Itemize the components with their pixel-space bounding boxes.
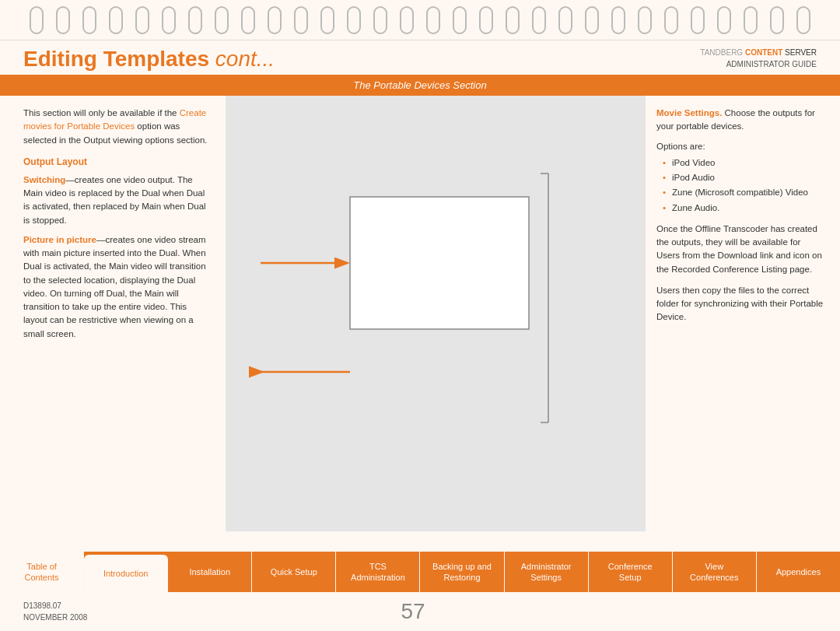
- header-branding: TANDBERG CONTENT SERVER ADMINISTRATOR GU…: [700, 47, 817, 70]
- intro-paragraph: This section will only be available if t…: [23, 107, 210, 147]
- page-title: Editing Templates cont...: [23, 47, 275, 72]
- product-part2: SERVER: [785, 48, 817, 57]
- spiral-tab: [268, 6, 282, 34]
- footer-doc-id: D13898.07: [23, 600, 87, 612]
- spiral-tab: [585, 6, 599, 34]
- product-part1: CONTENT: [745, 48, 782, 57]
- spiral-tab: [638, 6, 652, 34]
- tab-tcs-administration[interactable]: TCSAdministration: [336, 552, 420, 592]
- options-list: iPod Video iPod Audio Zune (Microsoft co…: [656, 156, 824, 215]
- spiral-tab: [691, 6, 705, 34]
- pip-paragraph: Picture in picture—creates one video str…: [23, 233, 210, 341]
- tab-administrator-settings[interactable]: AdministratorSettings: [505, 552, 589, 592]
- spiral-tab: [56, 6, 70, 34]
- spiral-tab: [664, 6, 678, 34]
- tandberg-label: TANDBERG: [700, 48, 743, 57]
- list-item: Zune (Microsoft compatible) Video: [663, 186, 824, 199]
- tab-installation[interactable]: Installation: [168, 552, 252, 592]
- spiral-tab: [373, 6, 387, 34]
- spiral-tab: [188, 6, 202, 34]
- guide-label: ADMINISTRATOR GUIDE: [700, 58, 817, 70]
- title-main: Editing Templates: [23, 47, 209, 71]
- right-column: Movie Settings. Choose the outputs for y…: [646, 96, 840, 531]
- left-column: This section will only be available if t…: [0, 96, 226, 531]
- note-2: Users then copy the files to the correct…: [656, 284, 824, 324]
- spiral-tab: [30, 6, 44, 34]
- spiral-tab: [320, 6, 334, 34]
- spiral-tab: [611, 6, 625, 34]
- main-content: This section will only be available if t…: [0, 96, 840, 531]
- company-name: TANDBERG CONTENT SERVER: [700, 47, 817, 58]
- tab-quick-setup[interactable]: Quick Setup: [252, 552, 336, 592]
- spiral-tab: [770, 6, 784, 34]
- spiral-tab: [294, 6, 308, 34]
- spiral-tab: [532, 6, 546, 34]
- spiral-tab: [400, 6, 414, 34]
- output-layout-label: Output Layout: [23, 155, 210, 169]
- diagram-area: [226, 96, 646, 531]
- title-cont: cont...: [215, 47, 275, 71]
- note-1: Once the Offline Transcoder has created …: [656, 223, 824, 276]
- movie-settings-intro: Movie Settings. Choose the outputs for y…: [656, 107, 824, 134]
- spiral-tab: [162, 6, 176, 34]
- tab-introduction[interactable]: Introduction: [84, 555, 168, 592]
- tab-backing-up[interactable]: Backing up andRestoring: [420, 552, 504, 592]
- movie-settings-label: Movie Settings.: [656, 108, 722, 117]
- tab-conference-setup[interactable]: ConferenceSetup: [589, 552, 673, 592]
- spiral-tab: [215, 6, 229, 34]
- layout-diagram: [226, 96, 646, 531]
- spiral-tab: [347, 6, 361, 34]
- footer-doc-info: D13898.07 NOVEMBER 2008: [23, 600, 87, 623]
- list-item: iPod Audio: [663, 171, 824, 184]
- pip-text: —creates one video stream with main pict…: [23, 235, 206, 338]
- options-label: Options are:: [656, 140, 824, 153]
- spiral-tab: [426, 6, 440, 34]
- tab-table-of-contents[interactable]: Table ofContents: [0, 552, 84, 592]
- section-banner-text: The Portable Devices Section: [353, 79, 486, 91]
- switching-paragraph: Switching—creates one video output. The …: [23, 174, 210, 227]
- spiral-tab: [796, 6, 810, 34]
- page-header: Editing Templates cont... TANDBERG CONTE…: [0, 40, 840, 75]
- spiral-tab: [453, 6, 467, 34]
- section-banner: The Portable Devices Section: [0, 75, 840, 96]
- page-footer: D13898.07 NOVEMBER 2008 57: [0, 592, 840, 631]
- spiral-tab: [241, 6, 255, 34]
- spiral-binding: [0, 0, 840, 40]
- switching-term: Switching: [23, 175, 65, 184]
- spiral-tab: [744, 6, 758, 34]
- tab-view-conferences[interactable]: ViewConferences: [673, 552, 757, 592]
- spiral-tab: [109, 6, 123, 34]
- spiral-tab: [506, 6, 520, 34]
- list-item: Zune Audio.: [663, 202, 824, 215]
- footer-date: NOVEMBER 2008: [23, 612, 87, 623]
- tab-appendices[interactable]: Appendices: [757, 552, 840, 592]
- spiral-tab: [135, 6, 149, 34]
- bottom-navigation: Table ofContents Introduction Installati…: [0, 552, 840, 592]
- spiral-tab: [558, 6, 572, 34]
- spiral-tab: [479, 6, 493, 34]
- spiral-tab: [717, 6, 731, 34]
- spiral-tab: [82, 6, 96, 34]
- list-item: iPod Video: [663, 156, 824, 170]
- svg-rect-0: [350, 197, 529, 329]
- pip-term: Picture in picture: [23, 235, 96, 244]
- intro-prefix: This section will only be available if t…: [23, 108, 180, 117]
- footer-page-number: 57: [401, 599, 425, 624]
